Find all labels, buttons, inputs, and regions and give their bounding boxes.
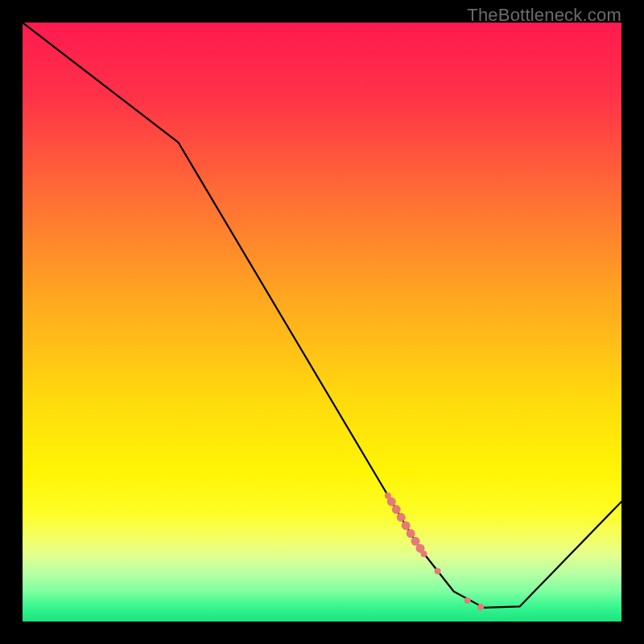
- marker-segment-5: [407, 529, 415, 538]
- marker-isolated-lower: [477, 604, 484, 610]
- marker-segment-3: [397, 513, 406, 522]
- marker-isolated-upper: [435, 568, 441, 575]
- marker-segment-1: [387, 497, 396, 506]
- plot-area: [23, 23, 621, 621]
- bottleneck-curve: [23, 23, 621, 608]
- marker-isolated-mid: [464, 597, 471, 604]
- marker-segment-4: [402, 521, 411, 530]
- marker-segment-bottom: [420, 551, 427, 557]
- markers-group: [385, 493, 484, 610]
- marker-segment-2: [392, 505, 401, 514]
- marker-segment-6: [411, 537, 420, 546]
- bottleneck-chart: TheBottleneck.com: [0, 0, 644, 644]
- chart-overlay: [23, 23, 621, 621]
